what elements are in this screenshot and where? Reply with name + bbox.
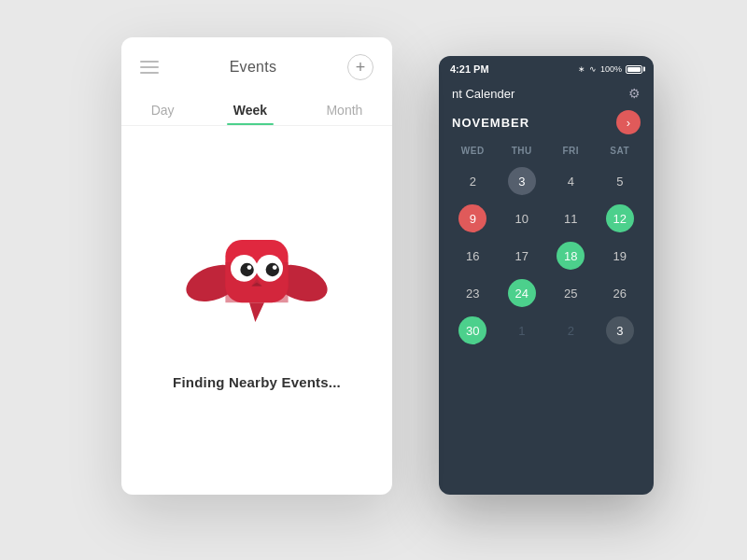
tab-month[interactable]: Month [311, 95, 377, 125]
cal-num-today: 3 [508, 167, 536, 195]
status-bar: 4:21 PM ∗ ∿ 100% [439, 56, 654, 78]
cal-cell[interactable]: 11 [546, 201, 596, 236]
cal-cell[interactable]: 3 [596, 313, 645, 348]
battery-percent: 100% [600, 64, 622, 74]
cal-cell[interactable]: 25 [546, 275, 596, 311]
calendar-grid: 2 3 4 5 9 10 11 12 16 17 18 19 23 24 25 … [439, 163, 654, 348]
tab-underline [227, 123, 274, 126]
cal-cell[interactable]: 30 [448, 313, 498, 348]
cal-header: nt Calender ⚙ [439, 78, 654, 106]
cal-num: 2 [458, 167, 486, 195]
day-label-thu: THU [498, 142, 547, 160]
cal-num: 19 [606, 242, 634, 270]
cal-cell[interactable]: 1 [498, 313, 547, 348]
cal-cell[interactable]: 4 [546, 163, 596, 199]
cal-cell[interactable]: 23 [448, 275, 498, 311]
cal-num: 16 [458, 242, 486, 270]
calendar-title: nt Calender [452, 87, 514, 101]
cal-cell[interactable]: 19 [596, 238, 645, 273]
mascot-area: Finding Nearby Events... [173, 126, 341, 495]
cal-num-muted: 1 [508, 316, 536, 344]
cal-num: 11 [557, 204, 585, 232]
cal-num-green: 30 [458, 316, 486, 344]
cal-cell[interactable]: 2 [546, 313, 596, 348]
events-title: Events [230, 59, 277, 76]
calendar-card: 4:21 PM ∗ ∿ 100% nt Calender ⚙ NOVEMBER … [439, 56, 654, 495]
svg-point-8 [240, 263, 253, 276]
cal-num: 17 [508, 242, 536, 270]
cal-num: 26 [606, 279, 634, 307]
month-nav: NOVEMBER › [439, 106, 654, 142]
settings-icon[interactable]: ⚙ [628, 86, 641, 101]
cal-num-gray: 3 [606, 316, 634, 344]
cal-num: 23 [458, 279, 486, 307]
bluetooth-icon: ∗ [578, 64, 585, 74]
cal-cell[interactable]: 10 [498, 201, 547, 236]
cal-cell[interactable]: 3 [498, 163, 547, 199]
cal-cell[interactable]: 17 [498, 238, 547, 273]
cal-cell[interactable]: 12 [596, 201, 645, 236]
menu-icon[interactable] [140, 61, 159, 74]
battery-icon [626, 65, 642, 74]
cal-cell[interactable]: 9 [448, 201, 498, 236]
wifi-icon: ∿ [589, 64, 597, 74]
cal-cell[interactable]: 2 [448, 163, 498, 199]
cal-num: 5 [606, 167, 634, 195]
days-header: WED THU FRI SAT [439, 142, 654, 160]
cal-num-red: 9 [458, 204, 486, 232]
next-month-button[interactable]: › [616, 110, 641, 134]
day-label-fri: FRI [546, 142, 596, 160]
cal-num-green: 24 [508, 279, 536, 307]
tabs-row: Day Week Month [121, 90, 392, 125]
cal-cell[interactable]: 5 [596, 163, 645, 199]
svg-point-9 [247, 265, 252, 270]
cal-num-muted: 2 [557, 316, 585, 344]
svg-point-10 [266, 263, 279, 276]
tab-week[interactable]: Week [218, 95, 282, 125]
month-label: NOVEMBER [452, 116, 529, 130]
status-icons: ∗ ∿ 100% [578, 64, 642, 74]
cal-cell[interactable]: 16 [448, 238, 498, 273]
add-event-button[interactable]: + [347, 54, 374, 80]
mascot-illustration [182, 203, 331, 352]
events-card: Events + Day Week Month [121, 37, 392, 495]
svg-marker-3 [249, 302, 264, 322]
status-time: 4:21 PM [450, 63, 489, 75]
day-label-wed: WED [448, 142, 498, 160]
cal-num: 4 [557, 167, 585, 195]
day-label-sat: SAT [596, 142, 645, 160]
cal-num-green: 18 [557, 242, 585, 270]
events-header: Events + [121, 37, 392, 90]
svg-point-11 [273, 265, 277, 270]
cal-num: 10 [508, 204, 536, 232]
cal-cell[interactable]: 24 [498, 275, 547, 311]
cal-num-green: 12 [606, 204, 634, 232]
cal-cell[interactable]: 26 [596, 275, 645, 311]
cal-cell[interactable]: 18 [546, 238, 596, 273]
tab-day[interactable]: Day [136, 95, 190, 125]
finding-text: Finding Nearby Events... [173, 374, 341, 390]
cal-num: 25 [557, 279, 585, 307]
